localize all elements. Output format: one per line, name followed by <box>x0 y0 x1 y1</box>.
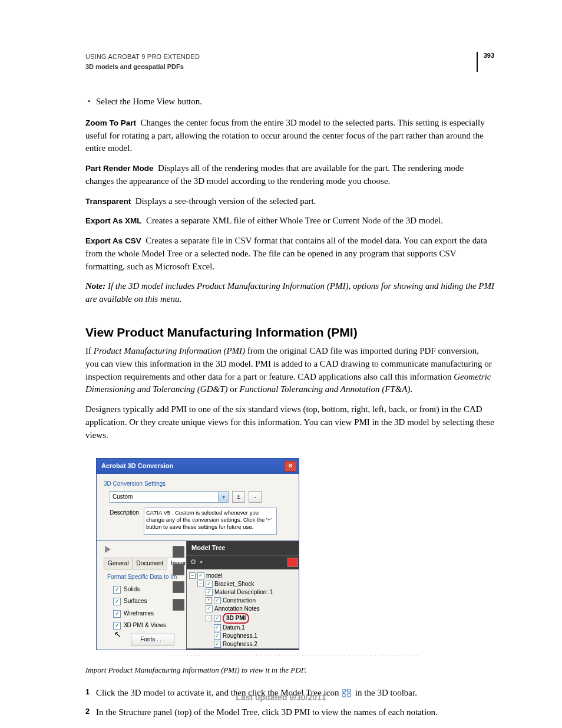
svg-rect-0 <box>342 689 345 692</box>
panel-side-icons <box>173 546 186 611</box>
tree-row-r2: ✓Roughness.2 <box>189 640 299 648</box>
bullet-list: Select the Home View button. <box>85 95 494 108</box>
check-icon[interactable]: ✓ <box>206 605 213 612</box>
page-header: USING ACROBAT 9 PRO EXTENDED 3D models a… <box>85 52 494 72</box>
cursor-icon: ↖ <box>114 628 121 640</box>
tree-row-pmi: −✓3D PMI <box>189 613 299 624</box>
term-csv: Export As CSV <box>85 236 141 245</box>
text-transparent: Displays a see-through version of the se… <box>135 196 316 206</box>
chevron-down-icon[interactable]: ▾ <box>218 492 228 502</box>
fonts-button[interactable]: Fonts . . . <box>131 634 174 645</box>
model-tree-icon[interactable] <box>173 599 184 611</box>
check-icon[interactable]: ✓ <box>197 572 204 579</box>
remove-preset-button[interactable]: - <box>249 491 262 503</box>
chapter-title: 3D models and geospatial PDFs <box>85 62 200 72</box>
panel-title-label: Model Tree <box>191 543 225 553</box>
step-2: 2In the Structure panel (top) of the Mod… <box>96 706 494 719</box>
figure-dialog-screenshot: Acrobat 3D Conversion × 3D Conversion Se… <box>96 458 494 659</box>
play-icon <box>105 546 111 553</box>
tree-row-r1: ✓Roughness.1 <box>189 632 299 640</box>
check-icon[interactable]: ✓ <box>214 624 221 631</box>
minus-icon[interactable]: − <box>189 572 196 579</box>
check-icon[interactable]: ✓ <box>206 589 213 596</box>
highlight-3d-pmi[interactable]: 3D PMI <box>223 613 249 624</box>
tree-row-matdesc: ✓Material Description:.1 <box>189 588 299 597</box>
scroll-left-icon[interactable]: ◂ <box>187 649 194 650</box>
header-left: USING ACROBAT 9 PRO EXTENDED 3D models a… <box>85 52 200 72</box>
svg-rect-1 <box>348 689 351 692</box>
check-icon[interactable]: ✓ <box>214 597 221 604</box>
pmi-intro-paragraph: If Product Manufacturing Information (PM… <box>85 345 494 396</box>
preset-value: Custom <box>113 493 133 502</box>
section-heading: View Product Manufacturing Information (… <box>85 324 494 341</box>
description-textbox[interactable]: CATIA V5 : Custom is selected whenever y… <box>144 508 277 535</box>
conversion-dialog: Acrobat 3D Conversion × 3D Conversion Se… <box>96 458 299 650</box>
note-paragraph: Note: If the 3D model includes Product M… <box>85 280 494 306</box>
model-tree-panel: Model Tree ◂ ✿▾ ▾ −✓model −✓Bracket_Shoc… <box>186 541 299 650</box>
text-csv: Creates a separate file in CSV format th… <box>85 236 487 271</box>
check-icon[interactable]: ✓ <box>206 581 213 588</box>
panel-toolbar: ✿▾ ▾ <box>187 556 299 569</box>
bookmarks-icon[interactable] <box>173 564 184 575</box>
note-text: If the 3D model includes Product Manufac… <box>85 281 494 304</box>
preset-row: Custom ▾ ± - <box>110 491 292 503</box>
term-transparent: Transparent <box>85 197 131 206</box>
page-footer: Last updated 9/30/2011 <box>0 693 562 702</box>
text-xml: Creates a separate XML file of either Wh… <box>146 216 443 225</box>
tree-view[interactable]: −✓model −✓Bracket_Shock ✓Material Descri… <box>187 569 299 648</box>
collapse-icon[interactable]: ◂ <box>299 545 299 552</box>
dialog-titlebar[interactable]: Acrobat 3D Conversion × <box>96 458 299 474</box>
tree-row-construction: +✓Construction <box>189 597 299 605</box>
check-icon[interactable]: ✓ <box>214 641 221 648</box>
panel-titlebar: Model Tree ◂ <box>187 541 299 556</box>
dialog-upper-body: 3D Conversion Settings Custom ▾ ± - Desc… <box>96 474 299 541</box>
pages-icon[interactable] <box>173 546 184 558</box>
settings-group-label: 3D Conversion Settings <box>104 480 292 489</box>
add-preset-button[interactable]: ± <box>232 491 245 503</box>
def-transparent: Transparent Displays a see-through versi… <box>85 195 494 208</box>
def-xml: Export As XML Creates a separate XML fil… <box>85 215 494 228</box>
steps-list: 1Click the 3D model to activate it, and … <box>85 687 494 719</box>
description-row: Description CATIA V5 : Custom is selecte… <box>110 508 292 535</box>
pmi-views-paragraph: Designers typically add PMI to one of th… <box>85 403 494 442</box>
horizontal-scrollbar[interactable]: ◂ <box>187 648 299 650</box>
check-icon: ✓ <box>113 586 121 594</box>
check-icon[interactable]: ✓ <box>214 615 221 622</box>
dropdown-icon[interactable]: ▾ <box>200 558 203 567</box>
tab-general[interactable]: General <box>104 558 133 570</box>
dialog-lower-body: General Document Import Format Specific … <box>96 541 299 650</box>
minus-icon[interactable]: − <box>197 581 204 587</box>
plus-icon[interactable]: + <box>206 597 212 604</box>
figure-caption: Import Product Manufacturing Information… <box>85 665 494 676</box>
color-swatch[interactable] <box>287 558 298 567</box>
close-icon[interactable]: × <box>285 461 296 472</box>
preset-combobox[interactable]: Custom ▾ <box>110 491 229 503</box>
tab-document[interactable]: Document <box>133 558 168 570</box>
tree-row-annot: ✓Annotation Notes <box>189 605 299 613</box>
perforation-dots: · · · · · · · · · · · · · · · · · · · · … <box>96 651 494 659</box>
text-zoom: Changes the center focus from the entire… <box>85 118 485 153</box>
gear-icon[interactable]: ✿ <box>190 557 196 567</box>
def-render: Part Render Mode Displays all of the ren… <box>85 162 494 188</box>
bullet-item: Select the Home View button. <box>96 95 494 108</box>
check-icon: ✓ <box>113 598 121 605</box>
def-csv: Export As CSV Creates a separate file in… <box>85 235 494 273</box>
dialog-title: Acrobat 3D Conversion <box>101 462 173 471</box>
note-label: Note: <box>85 281 105 291</box>
doc-title: USING ACROBAT 9 PRO EXTENDED <box>85 52 200 62</box>
term-zoom: Zoom To Part <box>85 118 136 127</box>
check-icon: ✓ <box>113 610 121 618</box>
tree-row-datum: ✓Datum.1 <box>189 624 299 632</box>
term-render: Part Render Mode <box>85 164 154 173</box>
term-xml: Export As XML <box>85 216 142 225</box>
description-label: Description <box>110 508 138 535</box>
page-number: 393 <box>477 52 494 72</box>
minus-icon[interactable]: − <box>206 615 212 621</box>
def-zoom: Zoom To Part Changes the center focus fr… <box>85 117 494 155</box>
attachments-icon[interactable] <box>173 581 184 593</box>
tree-row-model: −✓model <box>189 572 299 580</box>
tree-row-bracket: −✓Bracket_Shock <box>189 580 299 588</box>
check-icon[interactable]: ✓ <box>214 633 221 640</box>
